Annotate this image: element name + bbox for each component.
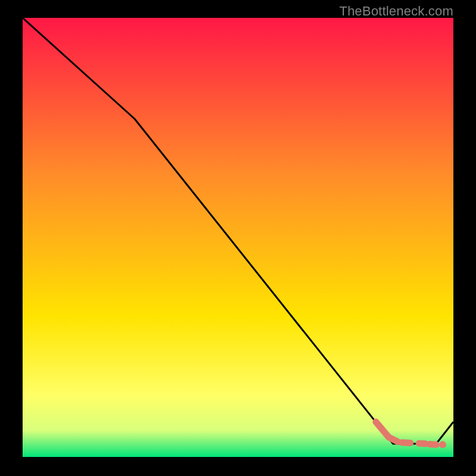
gradient-background [23, 18, 453, 457]
plot-area [23, 18, 453, 457]
chart-svg [23, 18, 453, 457]
watermark-text: TheBottleneck.com [339, 4, 453, 19]
series-salmon-segment-3 [419, 443, 425, 444]
series-salmon-segment-4 [430, 444, 436, 445]
series-salmon-point [439, 441, 446, 448]
chart-frame: TheBottleneck.com [0, 0, 476, 476]
series-salmon-segment-2 [402, 443, 410, 443]
